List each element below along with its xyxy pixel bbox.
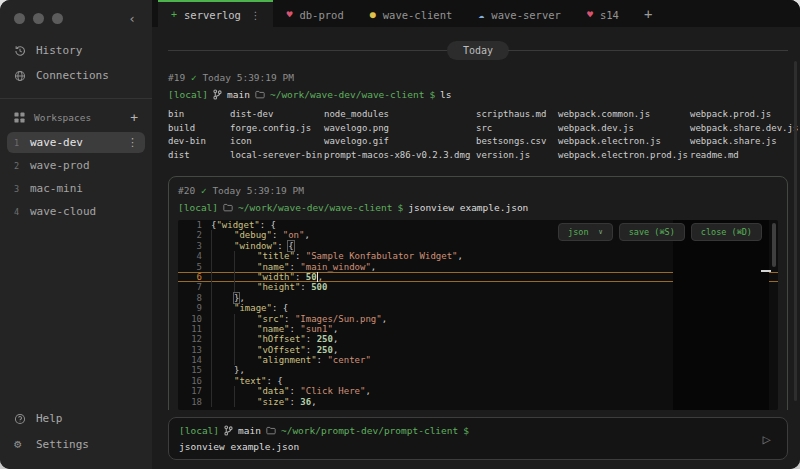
token: , <box>333 334 338 344</box>
prompt-cwd: ~/work/wave-dev/wave-client <box>238 202 392 213</box>
indent-guide <box>234 345 257 355</box>
indent-guide <box>234 334 257 344</box>
line-content: }, <box>211 293 245 303</box>
indent-guide <box>234 355 257 365</box>
line-number: 2 <box>178 230 211 240</box>
token: , <box>318 272 323 282</box>
token: "Images/Sun.png" <box>295 314 382 324</box>
ls-output: bindist-devnode_modulesscripthaus.mdwebp… <box>168 108 788 162</box>
token: { <box>277 376 282 386</box>
indent-guide <box>211 262 234 272</box>
command-input-box[interactable]: [local] main ~/work/prompt-dev/prompt-cl… <box>168 417 788 460</box>
token: "sun1" <box>300 324 333 334</box>
token: "width" <box>257 272 295 282</box>
sidebar-item-wave-prod[interactable]: 2wave-prod <box>7 155 145 176</box>
save-button[interactable]: save (⌘S) <box>619 223 685 241</box>
tab-menu-icon[interactable]: ⋮ <box>250 9 261 21</box>
indent-guide <box>211 303 234 313</box>
token: : <box>317 355 328 365</box>
workspace-menu-icon[interactable]: ⋮ <box>127 136 138 149</box>
terminal-scrollbar[interactable] <box>794 61 797 401</box>
indent-guide <box>211 230 234 240</box>
indent-guide <box>211 241 234 251</box>
line-number: 5 <box>178 262 211 272</box>
command-block-19[interactable]: #19 ✓ Today 5:39:19 PM [local] main <box>168 72 788 162</box>
help-icon <box>14 413 27 425</box>
mode-select[interactable]: json ∨ <box>558 223 613 241</box>
add-tab-button[interactable]: + <box>632 0 664 27</box>
minimize-window-icon[interactable] <box>33 13 44 24</box>
ls-entry: forge.config.js <box>230 122 324 136</box>
indent-guide <box>211 293 234 303</box>
folder-icon <box>255 90 265 99</box>
block-timestamp: Today 5:39:19 PM <box>212 185 304 196</box>
token: : <box>300 282 311 292</box>
workspace-number: 2 <box>14 161 22 171</box>
indent-guide <box>211 345 234 355</box>
token: { <box>283 303 288 313</box>
token: 500 <box>311 282 327 292</box>
command-input[interactable]: jsonview example.json <box>179 441 753 452</box>
indent-guide <box>211 376 234 386</box>
workspace-list: 1wave-dev⋮2wave-prod3mac-mini4wave-cloud <box>0 130 152 224</box>
settings-label: Settings <box>36 438 89 451</box>
tab-serverlog[interactable]: +serverlog⋮ <box>158 0 273 27</box>
token: , <box>333 324 338 334</box>
token: "window" <box>234 241 277 251</box>
connections-label: Connections <box>36 69 109 82</box>
line-number: 7 <box>178 282 211 292</box>
line-content: "image": { <box>211 303 288 313</box>
workspace-number: 4 <box>14 207 22 217</box>
line-number: 6 <box>178 272 211 282</box>
sidebar-item-mac-mini[interactable]: 3mac-mini <box>7 178 145 199</box>
tab-wave-client[interactable]: ●wave-client <box>357 0 466 27</box>
heart-icon: ♥ <box>286 10 292 20</box>
token: : <box>295 251 306 261</box>
success-check-icon: ✓ <box>191 72 197 83</box>
cloud-icon: ☁ <box>478 10 484 20</box>
token: : <box>290 262 301 272</box>
token: "height" <box>257 282 300 292</box>
indent-guide <box>234 282 257 292</box>
editor-scrollbar[interactable] <box>772 223 776 267</box>
prompt-host: [local] <box>168 89 208 100</box>
token: "debug" <box>234 230 272 240</box>
workspace-label: wave-dev <box>30 136 83 149</box>
git-branch-name: main <box>227 89 250 100</box>
workspace-label: mac-mini <box>30 182 83 195</box>
command-text: ls <box>440 89 451 100</box>
sidebar-item-settings[interactable]: ⚙ Settings <box>0 431 152 457</box>
minimap[interactable] <box>673 220 769 410</box>
command-block-20-selected[interactable]: #20 ✓ Today 5:39:19 PM [local] ~/work/wa… <box>168 176 788 410</box>
line-number: 1 <box>178 220 211 230</box>
sidebar-item-help[interactable]: Help <box>0 406 152 431</box>
sidebar-item-wave-cloud[interactable]: 4wave-cloud <box>7 201 145 222</box>
input-prompt-line: [local] main ~/work/prompt-dev/prompt-cl… <box>179 425 753 436</box>
indent-guide <box>234 262 257 272</box>
collapse-sidebar-button[interactable]: ‹ <box>122 11 142 26</box>
token: { <box>288 241 293 251</box>
ls-entry: webpack.electron.js <box>558 135 690 149</box>
zoom-window-icon[interactable] <box>52 13 63 24</box>
prompt-char: $ <box>397 202 403 213</box>
line-content: "title": "Sample Konfabulator Widget", <box>211 251 463 261</box>
sidebar-item-history[interactable]: History <box>0 38 152 63</box>
tab-db-prod[interactable]: ♥db-prod <box>273 0 356 27</box>
line-number: 3 <box>178 241 211 251</box>
token: : <box>272 303 283 313</box>
add-workspace-button[interactable]: + <box>130 110 138 125</box>
close-button[interactable]: close (⌘D) <box>691 223 762 241</box>
json-editor[interactable]: json ∨ save (⌘S) close (⌘D) 1{"widget": … <box>178 220 778 410</box>
line-content: }, <box>211 365 245 375</box>
token: "widget" <box>216 220 259 230</box>
token: "Click Here" <box>300 386 365 396</box>
ls-entry: webpack.dev.js <box>558 122 690 136</box>
tab-s14[interactable]: ♥s14 <box>574 0 632 27</box>
line-number: 13 <box>178 345 211 355</box>
sidebar-item-connections[interactable]: Connections <box>0 63 152 88</box>
close-window-icon[interactable] <box>14 13 25 24</box>
sidebar-item-wave-dev[interactable]: 1wave-dev⋮ <box>7 132 145 153</box>
tab-wave-server[interactable]: ☁wave-server <box>465 0 574 27</box>
ls-entry: prompt-macos-x86-v0.2.3.dmg <box>324 149 476 163</box>
send-command-icon[interactable]: ▷ <box>757 431 777 447</box>
